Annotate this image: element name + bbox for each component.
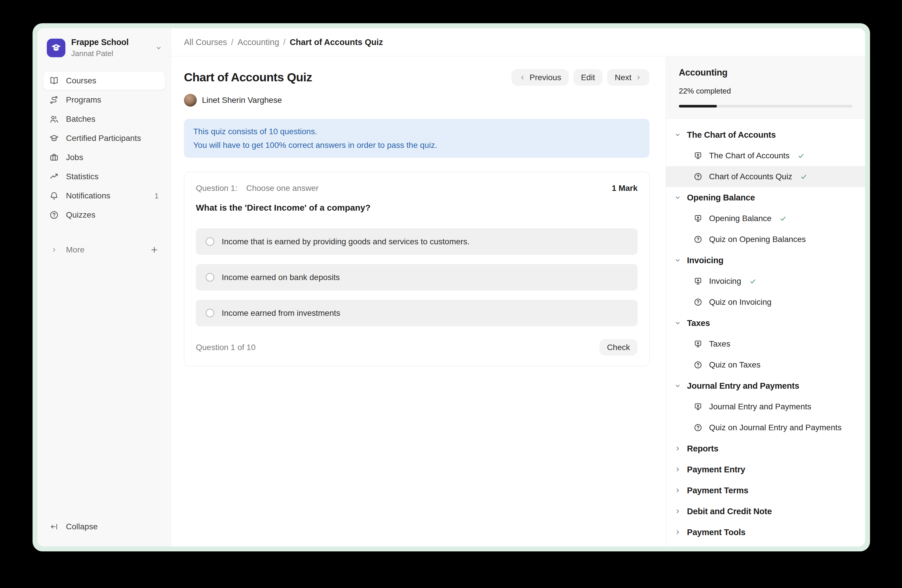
outline-section-title: Payment Terms [687,486,748,495]
sidebar-item-label: Courses [66,76,96,85]
outline-section-payment-terms[interactable]: Payment Terms [666,480,865,501]
question-card: Question 1: Choose one answer 1 Mark Wha… [184,172,650,366]
plus-icon[interactable] [150,246,161,254]
sidebar-item-label: Programs [66,95,101,105]
school-name: Frappe School [71,38,129,47]
question-instruction: Choose one answer [246,184,318,193]
outline-item-journal-entry-and-payments[interactable]: Journal Entry and Payments [666,396,865,417]
users-icon [49,114,59,124]
quiz-icon [693,423,703,432]
next-button[interactable]: Next [607,69,650,86]
sidebar-item-batches[interactable]: Batches [43,110,165,128]
answer-option-3[interactable]: Income earned from investments [196,300,637,326]
outline-item-quiz-on-journal-entry-and-payments[interactable]: Quiz on Journal Entry and Payments [666,417,865,438]
chevron-down-icon [674,257,681,264]
check-icon [800,173,808,181]
outline-section-taxes[interactable]: Taxes [666,313,865,333]
question-text: What is the 'Direct Income' of a company… [196,203,637,213]
sidebar-item-certified-participants[interactable]: Certified Participants [43,129,165,148]
outline-section-journal-entry-and-payments[interactable]: Journal Entry and Payments [666,375,865,396]
outline-section-title: Taxes [687,318,710,328]
sidebar-item-more[interactable]: More [43,241,165,259]
outline-item-opening-balance[interactable]: Opening Balance [666,208,865,229]
outline-item-label: Chart of Accounts Quiz [709,172,792,181]
outline-section-title: Opening Balance [687,193,755,202]
sidebar-item-courses[interactable]: Courses [43,72,165,90]
outline-item-label: Quiz on Invoicing [709,297,772,307]
outline-item-chart-of-accounts-quiz[interactable]: Chart of Accounts Quiz [666,166,865,187]
outline-item-label: Quiz on Taxes [709,360,761,369]
edit-button[interactable]: Edit [573,69,602,86]
page-title: Chart of Accounts Quiz [184,70,312,84]
outline-item-label: Quiz on Opening Balances [709,235,806,244]
answer-option-label: Income earned on bank deposits [222,273,340,282]
sidebar-item-label: Quizzes [66,210,95,220]
outline-section-debit-and-credit-note[interactable]: Debit and Credit Note [666,501,865,522]
outline-section-title: Journal Entry and Payments [687,381,799,391]
outline-section-opening-balance[interactable]: Opening Balance [666,187,865,208]
chevron-right-icon [49,246,59,253]
outline-section-invoicing[interactable]: Invoicing [666,250,865,271]
outline-item-invoicing[interactable]: Invoicing [666,271,865,292]
answer-options: Income that is earned by providing goods… [196,228,637,326]
breadcrumb-link-accounting[interactable]: Accounting [237,38,279,47]
quiz-icon [693,297,703,307]
outline-section-reports[interactable]: Reports [666,438,865,459]
sidebar-item-programs[interactable]: Programs [43,91,165,109]
trending-up-icon [49,172,59,181]
answer-option-1[interactable]: Income that is earned by providing goods… [196,228,637,255]
breadcrumb-link-all-courses[interactable]: All Courses [184,38,227,47]
sidebar-menu: Courses Programs Batches Certified Parti… [43,72,165,224]
radio-button[interactable] [206,237,214,246]
collapse-sidebar-button[interactable]: Collapse [43,518,165,536]
school-switcher[interactable]: Frappe School Jannat Patel [43,36,165,60]
outline-section-payment-tools[interactable]: Payment Tools [666,522,865,543]
check-icon [749,277,757,285]
chevron-down-icon [674,131,681,138]
quiz-icon [693,172,703,181]
previous-button[interactable]: Previous [511,69,569,86]
sidebar-item-jobs[interactable]: Jobs [43,148,165,167]
outline-item-label: Quiz on Journal Entry and Payments [709,423,842,432]
graduation-cap-icon [49,133,59,143]
main-content: Chart of Accounts Quiz Previous Edit Nex… [171,56,666,546]
outline-section-payment-entry[interactable]: Payment Entry [666,459,865,480]
frappe-school-logo [47,39,66,57]
notice-line: You will have to get 100% correct answer… [193,138,640,152]
outline-item-quiz-on-taxes[interactable]: Quiz on Taxes [666,354,865,375]
outline-section-the-chart-of-accounts[interactable]: The Chart of Accounts [666,124,865,145]
outline-item-the-chart-of-accounts[interactable]: The Chart of Accounts [666,145,865,166]
question-marks: 1 Mark [612,184,637,193]
outline-item-label: The Chart of Accounts [709,151,789,160]
check-button[interactable]: Check [600,339,637,356]
briefcase-icon [49,153,59,163]
sidebar-item-label: Jobs [66,153,83,162]
breadcrumb-separator: / [231,38,233,47]
sidebar-item-quizzes[interactable]: Quizzes [43,206,165,224]
sidebar-item-notifications[interactable]: Notifications 1 [43,186,165,205]
chevron-down-icon [674,382,681,389]
chevron-right-icon [674,466,681,473]
user-name: Jannat Patel [71,49,149,58]
course-outline-list: The Chart of Accounts The Chart of Accou… [666,119,865,546]
breadcrumb: All Courses/Accounting/Chart of Accounts… [171,28,865,56]
chevron-right-icon [674,445,681,452]
author-name: Linet Sherin Varghese [202,95,282,105]
outline-section-title: Invoicing [687,256,723,265]
collapse-label: Collapse [66,522,98,531]
answer-option-2[interactable]: Income earned on bank deposits [196,264,637,291]
bell-icon [49,191,59,201]
radio-button[interactable] [206,273,214,281]
outline-item-taxes[interactable]: Taxes [666,333,865,354]
check-icon [797,152,805,160]
sidebar-item-statistics[interactable]: Statistics [43,167,165,186]
outline-item-label: Invoicing [709,277,741,286]
outline-item-quiz-on-opening-balances[interactable]: Quiz on Opening Balances [666,229,865,250]
left-sidebar: Frappe School Jannat Patel Courses Progr… [38,28,171,546]
collapse-left-icon [49,522,59,531]
sidebar-item-label: Notifications [66,191,110,200]
outline-item-quiz-on-invoicing[interactable]: Quiz on Invoicing [666,292,865,313]
video-lesson-icon [693,402,703,411]
sidebar-item-label: Certified Participants [66,134,141,143]
radio-button[interactable] [206,309,214,317]
